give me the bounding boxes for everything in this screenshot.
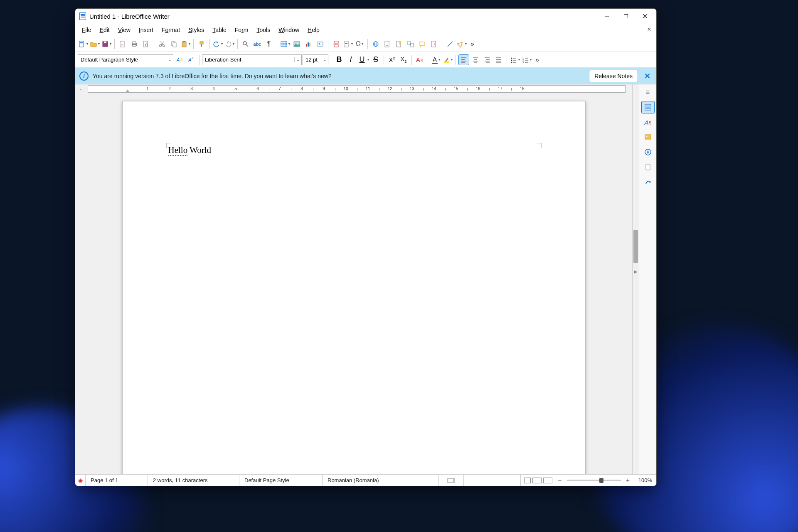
insert-hyperlink-button[interactable] bbox=[370, 39, 381, 49]
new-button[interactable] bbox=[78, 39, 89, 49]
insert-cross-ref-button[interactable] bbox=[405, 39, 416, 49]
zoom-percent[interactable]: 100% bbox=[631, 475, 656, 486]
undo-button[interactable] bbox=[212, 39, 223, 49]
maximize-button[interactable] bbox=[616, 10, 635, 23]
insert-image-button[interactable] bbox=[291, 39, 302, 49]
horizontal-ruler[interactable]: 123456789101112131415161718 bbox=[88, 85, 626, 93]
new-style-button[interactable]: A+ bbox=[186, 54, 197, 65]
bullet-list-button[interactable] bbox=[510, 54, 520, 65]
document-canvas[interactable]: Hello World bbox=[75, 94, 632, 474]
menu-tools[interactable]: Tools bbox=[253, 25, 275, 35]
menu-table[interactable]: Table bbox=[208, 25, 230, 35]
menu-format[interactable]: Format bbox=[158, 25, 184, 35]
italic-button[interactable]: I bbox=[345, 54, 356, 65]
align-left-button[interactable] bbox=[458, 54, 469, 65]
svg-rect-23 bbox=[183, 41, 185, 42]
align-center-button[interactable] bbox=[470, 54, 481, 65]
highlight-button[interactable] bbox=[442, 54, 453, 65]
menu-file[interactable]: File bbox=[78, 25, 96, 35]
font-name-combo[interactable]: Liberation Serif⌄ bbox=[202, 54, 302, 65]
insert-field-button[interactable] bbox=[342, 39, 353, 49]
sidebar-properties-button[interactable] bbox=[641, 101, 655, 113]
sidebar-settings-button[interactable]: ≡ bbox=[641, 86, 655, 99]
notification-close-button[interactable]: ✕ bbox=[642, 71, 652, 81]
status-insert-mode[interactable] bbox=[439, 475, 464, 486]
menu-form[interactable]: Form bbox=[231, 25, 253, 35]
paragraph-style-combo[interactable]: Default Paragraph Style⌄ bbox=[78, 54, 173, 65]
sidebar-style-inspector-button[interactable] bbox=[641, 176, 655, 188]
open-button[interactable] bbox=[89, 39, 100, 49]
menu-window[interactable]: Window bbox=[274, 25, 303, 35]
menu-insert[interactable]: Insert bbox=[135, 25, 158, 35]
insert-comment-button[interactable] bbox=[417, 39, 428, 49]
close-document-button[interactable]: × bbox=[645, 26, 653, 33]
paste-button[interactable] bbox=[180, 39, 191, 49]
status-language[interactable]: Romanian (Romania) bbox=[323, 475, 439, 486]
export-pdf-button[interactable]: P bbox=[117, 39, 128, 49]
print-preview-button[interactable] bbox=[140, 39, 151, 49]
insert-page-break-button[interactable] bbox=[331, 39, 342, 49]
spellcheck-button[interactable]: abc bbox=[252, 39, 263, 49]
save-button[interactable] bbox=[101, 39, 112, 49]
update-style-button[interactable]: A bbox=[174, 54, 185, 65]
insert-chart-button[interactable] bbox=[303, 39, 314, 49]
ruler-corner[interactable]: ⌐ bbox=[75, 84, 88, 94]
track-changes-button[interactable] bbox=[429, 39, 439, 49]
sidebar-navigator-button[interactable] bbox=[641, 146, 655, 158]
app-window: Untitled 1 - LibreOffice Writer File Edi… bbox=[75, 8, 657, 486]
scrollbar-thumb[interactable] bbox=[633, 230, 638, 263]
clear-formatting-button[interactable]: A✕ bbox=[414, 54, 425, 65]
status-page[interactable]: Page 1 of 1 bbox=[86, 475, 148, 486]
font-color-button[interactable]: A bbox=[431, 54, 441, 65]
formatting-marks-button[interactable]: ¶ bbox=[264, 39, 274, 49]
book-view-button[interactable] bbox=[543, 478, 552, 483]
sidebar-page-button[interactable] bbox=[641, 161, 655, 173]
insert-footnote-button[interactable] bbox=[382, 39, 393, 49]
copy-button[interactable] bbox=[168, 39, 179, 49]
close-button[interactable] bbox=[635, 10, 655, 23]
page[interactable]: Hello World bbox=[122, 101, 586, 474]
zoom-in-button[interactable]: + bbox=[624, 477, 631, 484]
status-page-style[interactable]: Default Page Style bbox=[239, 475, 323, 486]
redo-button[interactable] bbox=[224, 39, 235, 49]
sidebar-styles-button[interactable]: A¶ bbox=[641, 116, 655, 128]
align-right-button[interactable] bbox=[482, 54, 493, 65]
insert-table-button[interactable] bbox=[280, 39, 291, 49]
release-notes-button[interactable]: Release Notes bbox=[589, 70, 638, 82]
font-size-combo[interactable]: 12 pt⌄ bbox=[303, 54, 328, 65]
vertical-scrollbar[interactable]: ▶ bbox=[632, 84, 639, 474]
menu-help[interactable]: Help bbox=[303, 25, 324, 35]
clone-formatting-button[interactable] bbox=[196, 39, 207, 49]
menu-view[interactable]: View bbox=[114, 25, 135, 35]
insert-special-char-button[interactable]: Ω bbox=[354, 39, 365, 49]
numbered-list-button[interactable]: 123 bbox=[521, 54, 532, 65]
single-page-view-button[interactable] bbox=[524, 478, 531, 483]
print-button[interactable] bbox=[129, 39, 140, 49]
bold-button[interactable]: B bbox=[334, 54, 345, 65]
insert-line-button[interactable] bbox=[445, 39, 456, 49]
underline-button[interactable]: U bbox=[357, 54, 369, 65]
zoom-slider[interactable] bbox=[567, 480, 621, 481]
multi-page-view-button[interactable] bbox=[532, 478, 542, 483]
save-indicator[interactable]: ◉ bbox=[75, 475, 86, 486]
cut-button[interactable] bbox=[157, 39, 167, 49]
zoom-out-button[interactable]: − bbox=[556, 477, 563, 484]
basic-shapes-button[interactable] bbox=[456, 39, 467, 49]
status-word-count[interactable]: 2 words, 11 characters bbox=[148, 475, 239, 486]
subscript-button[interactable]: X2 bbox=[398, 54, 409, 65]
superscript-button[interactable]: X2 bbox=[387, 54, 397, 65]
strikethrough-button[interactable]: S bbox=[370, 54, 381, 65]
align-justify-button[interactable] bbox=[493, 54, 504, 65]
scrollbar-expand-icon[interactable]: ▶ bbox=[633, 267, 639, 276]
minimize-button[interactable] bbox=[597, 10, 616, 23]
menu-edit[interactable]: Edit bbox=[96, 25, 114, 35]
document-text[interactable]: Hello World bbox=[168, 145, 539, 155]
formatting-overflow-button[interactable]: » bbox=[533, 56, 542, 64]
menu-styles[interactable]: Styles bbox=[184, 25, 208, 35]
insert-textbox-button[interactable]: A bbox=[315, 39, 325, 49]
sidebar-gallery-button[interactable] bbox=[641, 131, 655, 143]
toolbar-overflow-button[interactable]: » bbox=[468, 40, 477, 48]
find-replace-button[interactable] bbox=[240, 39, 251, 49]
svg-point-26 bbox=[243, 42, 246, 45]
insert-bookmark-button[interactable] bbox=[394, 39, 404, 49]
